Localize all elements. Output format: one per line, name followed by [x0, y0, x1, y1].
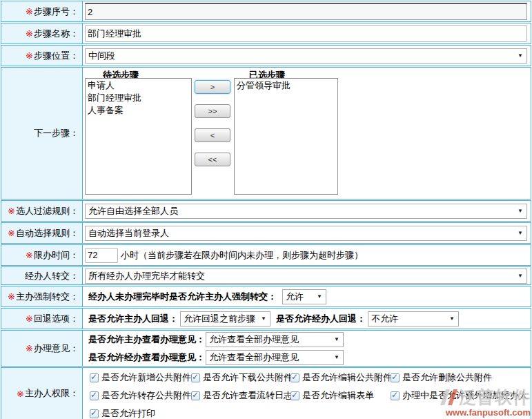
force-transfer-label: ※ 主办强制转交：	[1, 286, 83, 306]
dropdown-arrow-icon: ▼	[518, 273, 523, 279]
transfer-rule-select[interactable]: 所有经办人办理完毕才能转交 ▼	[85, 269, 527, 284]
opinions-host-question: 是否允许主办查看办理意见：	[88, 333, 206, 346]
filter-rule-label: ※ 选人过滤规则：	[1, 201, 83, 221]
list-item[interactable]: 人事备案	[86, 104, 191, 117]
perm-edit-form[interactable]: 是否允许编辑表单	[290, 389, 391, 402]
workflow-step-form: ※ 步骤序号： ※ 步骤名称： ※ 步骤位置： 中间段 ▼	[0, 0, 532, 419]
list-item[interactable]: 部门经理审批	[86, 92, 191, 104]
row-host-permissions: ※ 主办人权限： 是否允许新增公共附件 是否允许下载公共附件 是否允许编辑公共附…	[1, 367, 531, 419]
dropdown-arrow-icon: ▼	[449, 316, 455, 322]
move-left-button[interactable]: <	[195, 128, 230, 142]
force-transfer-select[interactable]: 允许 ▼	[282, 289, 326, 304]
perm-download-attachment[interactable]: 是否允许下载公共附件	[191, 371, 290, 384]
required-marker: ※	[8, 228, 15, 238]
checkbox-icon[interactable]	[391, 373, 400, 382]
row-opinions: ※ 办理意见： 是否允许主办查看办理意见： 允许查看全部办理意见 ▼ 是否允许经…	[1, 330, 531, 367]
step-number-label: ※ 步骤序号：	[1, 1, 83, 21]
perm-view-flow-log[interactable]: 是否允许查看流转日志	[191, 389, 290, 402]
perm-save-attachment[interactable]: 是否允许转存公共附件	[90, 389, 191, 402]
row-transfer-rule: 经办人转交： 所有经办人办理完毕才能转交 ▼	[1, 266, 531, 285]
perm-delete-attachment[interactable]: 是否允许删除公共附件	[391, 371, 531, 384]
transfer-rule-label: 经办人转交：	[1, 267, 83, 284]
dropdown-arrow-icon: ▼	[518, 53, 523, 59]
selected-steps-listbox[interactable]: 分管领导审批	[234, 78, 338, 195]
step-position-label: ※ 步骤位置：	[1, 46, 83, 66]
next-step-label: 下一步骤：	[1, 68, 83, 199]
checkbox-icon[interactable]	[191, 391, 200, 400]
step-position-select[interactable]: 中间段 ▼	[85, 48, 527, 64]
filter-rule-select[interactable]: 允许自由选择全部人员 ▼	[85, 204, 527, 219]
step-name-input[interactable]	[85, 25, 527, 42]
row-step-number: ※ 步骤序号：	[1, 1, 531, 22]
row-step-name: ※ 步骤名称：	[1, 23, 531, 44]
row-next-step: 下一步骤： 待选步骤 已选步骤 申请人 部门经理审批 人事备案 > >> < <…	[1, 67, 531, 199]
dropdown-arrow-icon: ▼	[334, 337, 339, 342]
dropdown-arrow-icon: ▼	[317, 294, 322, 300]
required-marker: ※	[17, 389, 24, 399]
rollback-host-select[interactable]: 允许回退之前步骤 ▼	[180, 311, 270, 327]
required-marker: ※	[26, 250, 33, 260]
force-transfer-question: 经办人未办理完毕时是否允许主办人强制转交：	[88, 291, 277, 303]
required-marker: ※	[8, 291, 15, 302]
time-limit-label: ※ 限办时间：	[1, 245, 83, 265]
auto-rule-label: ※ 自动选择规则：	[1, 223, 83, 243]
checkbox-icon[interactable]	[191, 373, 200, 382]
list-item[interactable]: 分管领导审批	[235, 79, 337, 92]
checkbox-icon[interactable]	[290, 373, 299, 382]
opinions-handler-question: 是否允许经办查看办理意见：	[88, 351, 206, 364]
opinions-host-select[interactable]: 允许查看全部办理意见 ▼	[206, 332, 344, 347]
checkbox-icon[interactable]	[391, 391, 400, 400]
rollback-handler-question: 是否允许经办人回退：	[276, 313, 366, 325]
row-filter-rule: ※ 选人过滤规则： 允许自由选择全部人员 ▼	[1, 200, 531, 222]
required-marker: ※	[26, 28, 33, 39]
rollback-options-label: ※ 回退选项：	[1, 309, 83, 329]
required-marker: ※	[26, 6, 33, 17]
row-force-transfer: ※ 主办强制转交： 经办人未办理完毕时是否允许主办人强制转交： 允许 ▼	[1, 286, 531, 307]
required-marker: ※	[26, 313, 33, 324]
required-marker: ※	[26, 343, 33, 353]
available-steps-listbox[interactable]: 申请人 部门经理审批 人事备案	[85, 78, 192, 195]
checkbox-icon[interactable]	[90, 391, 99, 400]
time-limit-input[interactable]	[85, 248, 118, 263]
required-marker: ※	[8, 206, 15, 216]
host-permissions-label: ※ 主办人权限：	[1, 368, 83, 419]
checkbox-icon[interactable]	[290, 391, 299, 400]
perm-add-attachment[interactable]: 是否允许新增公共附件	[90, 371, 191, 384]
move-all-right-button[interactable]: >>	[195, 104, 230, 118]
dropdown-arrow-icon: ▼	[261, 316, 266, 322]
step-number-input[interactable]	[85, 3, 527, 20]
rollback-handler-select[interactable]: 不允许 ▼	[368, 311, 459, 327]
perm-print[interactable]: 是否允许打印	[90, 407, 191, 419]
row-rollback-options: ※ 回退选项： 是否允许主办人回退： 允许回退之前步骤 ▼ 是否允许经办人回退：…	[1, 308, 531, 329]
time-limit-hint: 小时（当前步骤若在限办时间内未办理，则步骤为超时步骤）	[121, 249, 363, 262]
list-item[interactable]: 申请人	[86, 79, 191, 92]
perm-add-handler[interactable]: 办理中是否允许额外增加经办人	[391, 389, 531, 402]
checkbox-icon[interactable]	[90, 409, 99, 418]
row-auto-rule: ※ 自动选择规则： 自动选择当前登录人 ▼	[1, 222, 531, 244]
perm-edit-attachment[interactable]: 是否允许编辑公共附件	[290, 371, 391, 384]
dropdown-arrow-icon: ▼	[334, 355, 339, 360]
auto-rule-select[interactable]: 自动选择当前登录人 ▼	[85, 226, 527, 241]
opinions-handler-select[interactable]: 允许查看全部办理意见 ▼	[206, 350, 344, 365]
row-step-position: ※ 步骤位置： 中间段 ▼	[1, 45, 531, 66]
dropdown-arrow-icon: ▼	[518, 231, 523, 236]
row-time-limit: ※ 限办时间： 小时（当前步骤若在限办时间内未办理，则步骤为超时步骤）	[1, 244, 531, 266]
move-right-button[interactable]: >	[195, 80, 230, 94]
dropdown-arrow-icon: ▼	[518, 208, 523, 214]
move-all-left-button[interactable]: <<	[195, 153, 230, 166]
rollback-host-question: 是否允许主办人回退：	[88, 313, 178, 325]
step-name-label: ※ 步骤名称：	[1, 23, 83, 43]
opinions-label: ※ 办理意见：	[1, 331, 83, 366]
checkbox-icon[interactable]	[90, 373, 99, 382]
required-marker: ※	[26, 50, 33, 61]
